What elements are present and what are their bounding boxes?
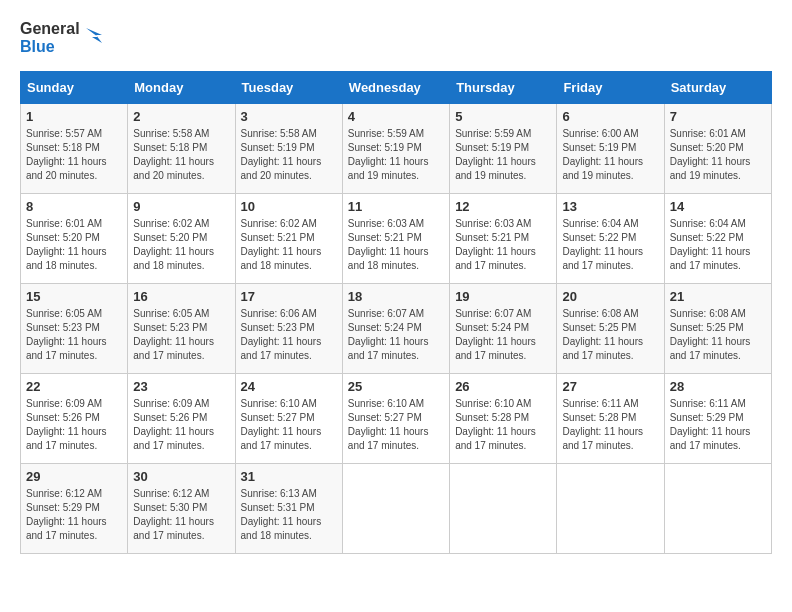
day-info: Sunrise: 6:10 AMSunset: 5:27 PMDaylight:… — [348, 397, 444, 453]
day-number: 16 — [133, 289, 229, 304]
day-number: 14 — [670, 199, 766, 214]
calendar-cell: 2Sunrise: 5:58 AMSunset: 5:18 PMDaylight… — [128, 104, 235, 194]
calendar-cell: 5Sunrise: 5:59 AMSunset: 5:19 PMDaylight… — [450, 104, 557, 194]
day-number: 18 — [348, 289, 444, 304]
day-number: 29 — [26, 469, 122, 484]
day-info: Sunrise: 6:04 AMSunset: 5:22 PMDaylight:… — [670, 217, 766, 273]
calendar-cell: 18Sunrise: 6:07 AMSunset: 5:24 PMDayligh… — [342, 284, 449, 374]
day-number: 27 — [562, 379, 658, 394]
calendar-cell: 8Sunrise: 6:01 AMSunset: 5:20 PMDaylight… — [21, 194, 128, 284]
weekday-header-wednesday: Wednesday — [342, 72, 449, 104]
logo: GeneralBlue — [20, 20, 106, 55]
day-number: 8 — [26, 199, 122, 214]
weekday-header-thursday: Thursday — [450, 72, 557, 104]
day-info: Sunrise: 6:06 AMSunset: 5:23 PMDaylight:… — [241, 307, 337, 363]
day-info: Sunrise: 6:09 AMSunset: 5:26 PMDaylight:… — [133, 397, 229, 453]
day-info: Sunrise: 5:58 AMSunset: 5:18 PMDaylight:… — [133, 127, 229, 183]
day-info: Sunrise: 6:01 AMSunset: 5:20 PMDaylight:… — [670, 127, 766, 183]
weekday-header-tuesday: Tuesday — [235, 72, 342, 104]
day-info: Sunrise: 6:05 AMSunset: 5:23 PMDaylight:… — [133, 307, 229, 363]
calendar-week-row: 1Sunrise: 5:57 AMSunset: 5:18 PMDaylight… — [21, 104, 772, 194]
day-number: 15 — [26, 289, 122, 304]
calendar-cell: 16Sunrise: 6:05 AMSunset: 5:23 PMDayligh… — [128, 284, 235, 374]
calendar-week-row: 22Sunrise: 6:09 AMSunset: 5:26 PMDayligh… — [21, 374, 772, 464]
calendar-cell: 20Sunrise: 6:08 AMSunset: 5:25 PMDayligh… — [557, 284, 664, 374]
calendar-table: SundayMondayTuesdayWednesdayThursdayFrid… — [20, 71, 772, 554]
day-info: Sunrise: 6:05 AMSunset: 5:23 PMDaylight:… — [26, 307, 122, 363]
day-info: Sunrise: 6:07 AMSunset: 5:24 PMDaylight:… — [455, 307, 551, 363]
day-info: Sunrise: 6:12 AMSunset: 5:29 PMDaylight:… — [26, 487, 122, 543]
calendar-cell — [342, 464, 449, 554]
calendar-cell: 31Sunrise: 6:13 AMSunset: 5:31 PMDayligh… — [235, 464, 342, 554]
day-info: Sunrise: 6:08 AMSunset: 5:25 PMDaylight:… — [670, 307, 766, 363]
calendar-cell: 28Sunrise: 6:11 AMSunset: 5:29 PMDayligh… — [664, 374, 771, 464]
calendar-cell: 13Sunrise: 6:04 AMSunset: 5:22 PMDayligh… — [557, 194, 664, 284]
weekday-header-saturday: Saturday — [664, 72, 771, 104]
day-number: 1 — [26, 109, 122, 124]
calendar-cell: 23Sunrise: 6:09 AMSunset: 5:26 PMDayligh… — [128, 374, 235, 464]
day-info: Sunrise: 6:09 AMSunset: 5:26 PMDaylight:… — [26, 397, 122, 453]
calendar-cell — [664, 464, 771, 554]
svg-marker-0 — [86, 28, 102, 43]
logo: GeneralBlue — [20, 20, 106, 55]
calendar-cell: 6Sunrise: 6:00 AMSunset: 5:19 PMDaylight… — [557, 104, 664, 194]
weekday-header-row: SundayMondayTuesdayWednesdayThursdayFrid… — [21, 72, 772, 104]
calendar-cell: 11Sunrise: 6:03 AMSunset: 5:21 PMDayligh… — [342, 194, 449, 284]
day-number: 19 — [455, 289, 551, 304]
day-number: 31 — [241, 469, 337, 484]
day-info: Sunrise: 6:04 AMSunset: 5:22 PMDaylight:… — [562, 217, 658, 273]
calendar-cell — [450, 464, 557, 554]
calendar-cell: 30Sunrise: 6:12 AMSunset: 5:30 PMDayligh… — [128, 464, 235, 554]
day-number: 12 — [455, 199, 551, 214]
calendar-cell: 21Sunrise: 6:08 AMSunset: 5:25 PMDayligh… — [664, 284, 771, 374]
day-info: Sunrise: 5:59 AMSunset: 5:19 PMDaylight:… — [455, 127, 551, 183]
day-number: 13 — [562, 199, 658, 214]
day-number: 28 — [670, 379, 766, 394]
calendar-cell: 3Sunrise: 5:58 AMSunset: 5:19 PMDaylight… — [235, 104, 342, 194]
day-number: 4 — [348, 109, 444, 124]
day-info: Sunrise: 6:03 AMSunset: 5:21 PMDaylight:… — [348, 217, 444, 273]
day-number: 10 — [241, 199, 337, 214]
calendar-cell: 12Sunrise: 6:03 AMSunset: 5:21 PMDayligh… — [450, 194, 557, 284]
day-number: 7 — [670, 109, 766, 124]
day-info: Sunrise: 6:10 AMSunset: 5:27 PMDaylight:… — [241, 397, 337, 453]
calendar-cell: 10Sunrise: 6:02 AMSunset: 5:21 PMDayligh… — [235, 194, 342, 284]
calendar-week-row: 29Sunrise: 6:12 AMSunset: 5:29 PMDayligh… — [21, 464, 772, 554]
logo-bird-icon — [82, 23, 106, 53]
day-number: 11 — [348, 199, 444, 214]
day-number: 6 — [562, 109, 658, 124]
day-number: 20 — [562, 289, 658, 304]
calendar-cell: 1Sunrise: 5:57 AMSunset: 5:18 PMDaylight… — [21, 104, 128, 194]
calendar-cell: 25Sunrise: 6:10 AMSunset: 5:27 PMDayligh… — [342, 374, 449, 464]
day-info: Sunrise: 6:07 AMSunset: 5:24 PMDaylight:… — [348, 307, 444, 363]
logo-blue-text: Blue — [20, 38, 80, 56]
day-info: Sunrise: 6:03 AMSunset: 5:21 PMDaylight:… — [455, 217, 551, 273]
day-info: Sunrise: 5:57 AMSunset: 5:18 PMDaylight:… — [26, 127, 122, 183]
day-info: Sunrise: 6:02 AMSunset: 5:20 PMDaylight:… — [133, 217, 229, 273]
calendar-cell: 14Sunrise: 6:04 AMSunset: 5:22 PMDayligh… — [664, 194, 771, 284]
day-info: Sunrise: 5:58 AMSunset: 5:19 PMDaylight:… — [241, 127, 337, 183]
calendar-cell: 26Sunrise: 6:10 AMSunset: 5:28 PMDayligh… — [450, 374, 557, 464]
weekday-header-monday: Monday — [128, 72, 235, 104]
calendar-cell: 29Sunrise: 6:12 AMSunset: 5:29 PMDayligh… — [21, 464, 128, 554]
calendar-cell: 19Sunrise: 6:07 AMSunset: 5:24 PMDayligh… — [450, 284, 557, 374]
calendar-cell: 4Sunrise: 5:59 AMSunset: 5:19 PMDaylight… — [342, 104, 449, 194]
day-number: 9 — [133, 199, 229, 214]
day-number: 26 — [455, 379, 551, 394]
calendar-cell: 7Sunrise: 6:01 AMSunset: 5:20 PMDaylight… — [664, 104, 771, 194]
day-info: Sunrise: 6:12 AMSunset: 5:30 PMDaylight:… — [133, 487, 229, 543]
logo-general-text: General — [20, 20, 80, 38]
day-number: 5 — [455, 109, 551, 124]
day-number: 23 — [133, 379, 229, 394]
day-info: Sunrise: 6:08 AMSunset: 5:25 PMDaylight:… — [562, 307, 658, 363]
day-number: 22 — [26, 379, 122, 394]
day-number: 17 — [241, 289, 337, 304]
calendar-cell: 17Sunrise: 6:06 AMSunset: 5:23 PMDayligh… — [235, 284, 342, 374]
day-number: 30 — [133, 469, 229, 484]
weekday-header-friday: Friday — [557, 72, 664, 104]
weekday-header-sunday: Sunday — [21, 72, 128, 104]
day-number: 21 — [670, 289, 766, 304]
calendar-cell: 27Sunrise: 6:11 AMSunset: 5:28 PMDayligh… — [557, 374, 664, 464]
day-info: Sunrise: 6:02 AMSunset: 5:21 PMDaylight:… — [241, 217, 337, 273]
day-info: Sunrise: 6:10 AMSunset: 5:28 PMDaylight:… — [455, 397, 551, 453]
